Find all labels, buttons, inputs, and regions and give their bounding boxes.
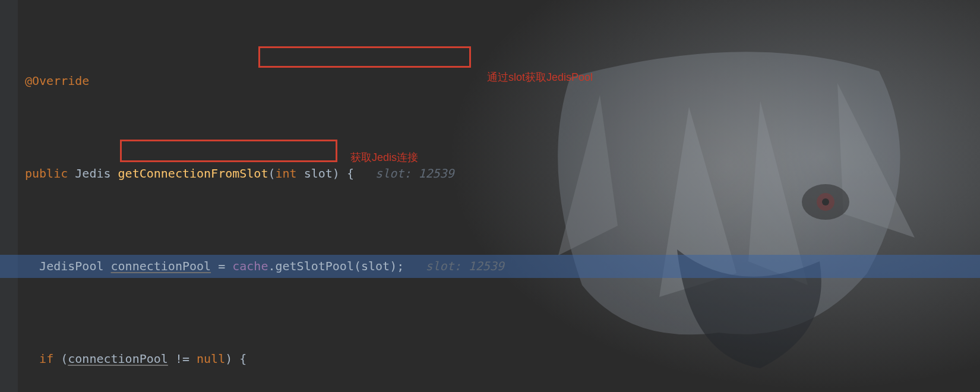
keyword-token: int [275,162,296,185]
keyword-token: null [197,347,225,371]
method-call-token: getSlotPool [275,255,353,278]
editor-gutter [0,0,18,392]
code-line[interactable]: @Override [25,69,980,93]
inline-hint: slot: 12539 [425,255,504,278]
inline-hint: slot: 12539 [375,162,454,185]
method-declaration-token: getConnectionFromSlot [118,162,268,185]
variable-token: connectionPool [111,255,211,278]
keyword-token: if [39,347,53,371]
code-line-current[interactable]: JedisPool connectionPool = cache.getSlot… [0,255,980,278]
code-line[interactable]: if (connectionPool != null) { [25,347,980,371]
field-token: cache [232,255,268,278]
brace-token: { [347,162,354,185]
code-line[interactable]: public Jedis getConnectionFromSlot(int s… [25,162,980,185]
annotation-token: @Override [25,69,89,93]
type-token: Jedis [75,162,110,185]
argument-token: slot [361,255,390,278]
keyword-token: public [25,162,68,185]
variable-token: connectionPool [68,347,168,371]
parameter-token: slot [304,162,333,185]
type-token: JedisPool [39,255,103,278]
code-editor-content[interactable]: @Override public Jedis getConnectionFrom… [18,0,980,392]
